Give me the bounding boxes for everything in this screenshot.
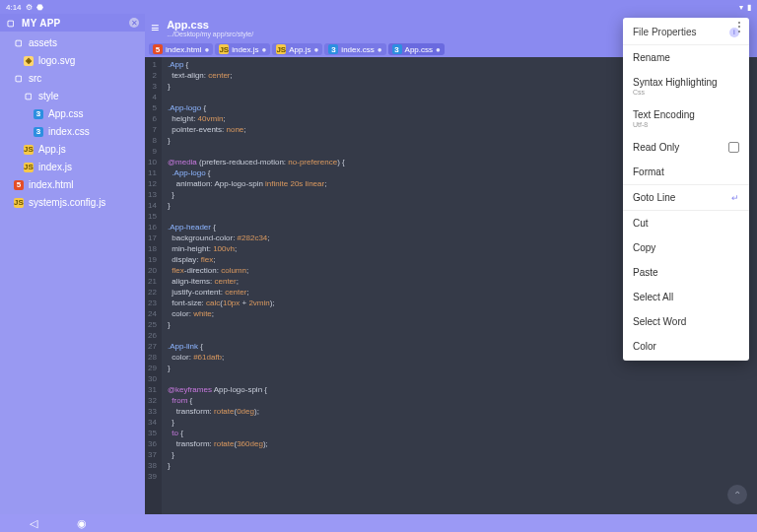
js-icon: JS [276, 44, 286, 54]
menu-item-label: Rename [633, 52, 670, 63]
status-bar: 4:14 ⚙ ⬣ ▾ ▮ [0, 0, 757, 14]
close-project-icon[interactable]: ✕ [129, 18, 139, 28]
tree-item[interactable]: 5index.html [0, 176, 145, 194]
css-icon: 3 [34, 127, 43, 137]
sidebar: ▢ MY APP ✕ ▢assets◈logo.svg▢src▢style3Ap… [0, 14, 145, 514]
menu-item-label: Color [633, 341, 656, 352]
menu-item-label: Copy [633, 242, 655, 253]
wifi-icon: ▾ [739, 3, 743, 12]
menu-item-label: Format [633, 166, 664, 177]
tab-label: index.css [341, 45, 374, 54]
folder-icon: ▢ [24, 92, 34, 101]
menu-item[interactable]: Read Only [623, 135, 749, 160]
tree-item[interactable]: ▢assets [0, 34, 145, 52]
tree-item[interactable]: 3App.css [0, 105, 145, 123]
project-header[interactable]: ▢ MY APP ✕ [0, 14, 145, 32]
tree-item-label: index.css [48, 125, 90, 139]
tree-item[interactable]: ◈logo.svg [0, 52, 145, 70]
js-icon: JS [24, 163, 34, 172]
tree-item-label: logo.svg [38, 54, 75, 68]
tab-close-icon[interactable]: ● [436, 45, 441, 54]
menu-item[interactable]: Goto Line↵ [623, 185, 749, 210]
hamburger-icon[interactable]: ≡ [151, 20, 159, 35]
tree-item-label: src [29, 72, 41, 86]
tab-close-icon[interactable]: ● [314, 45, 319, 54]
menu-item-label: Paste [633, 267, 658, 278]
svg-icon: ◈ [24, 56, 34, 66]
css-icon: 3 [34, 109, 43, 119]
menu-item-label: Goto Line [633, 192, 675, 203]
tree-item[interactable]: JSsystemjs.config.js [0, 194, 145, 212]
nav-back-icon[interactable]: ◁ [30, 517, 37, 530]
menu-header-label: File Properties [633, 27, 696, 37]
nav-home-icon[interactable]: ◉ [77, 517, 87, 530]
editor-tab[interactable]: JSApp.js● [272, 43, 322, 55]
line-gutter: 1234567891011121314151617181920212223242… [145, 57, 162, 514]
menu-item[interactable]: Select All [623, 285, 749, 309]
checkbox[interactable] [728, 142, 739, 153]
tab-label: App.js [289, 45, 310, 54]
menu-item-label: Cut [633, 218, 649, 229]
editor-tab[interactable]: 3index.css● [324, 43, 385, 55]
js-icon: JS [14, 198, 24, 208]
tab-label: index.js [232, 45, 258, 54]
tree-item-label: index.js [38, 161, 72, 174]
js-icon: JS [219, 44, 229, 54]
menu-item-label: Read Only [633, 142, 679, 153]
menu-item-sublabel: Utf-8 [633, 121, 695, 128]
tree-item-label: index.html [29, 178, 74, 192]
menu-item-label: Syntax Highlighting [633, 77, 718, 88]
tree-item-label: App.js [38, 143, 66, 157]
js-icon: JS [24, 145, 34, 155]
menu-item[interactable]: Cut [623, 211, 749, 235]
css-icon: 3 [392, 44, 402, 54]
menu-item-sublabel: Css [633, 89, 718, 96]
tab-close-icon[interactable]: ● [261, 45, 266, 54]
menu-item-label: Select All [633, 292, 673, 302]
code-content[interactable]: .App { text-align: center;}.App-logo { h… [162, 57, 351, 514]
context-menu: File Properties i RenameSyntax Highlight… [623, 18, 749, 361]
editor-file-title: App.css [167, 19, 253, 31]
tab-close-icon[interactable]: ● [378, 45, 382, 54]
tab-label: index.html [166, 45, 201, 54]
menu-item[interactable]: Rename [623, 45, 749, 70]
css-icon: 3 [328, 44, 338, 54]
tree-item[interactable]: JSApp.js [0, 141, 145, 159]
tab-label: App.css [405, 45, 433, 54]
folder-icon: ▢ [14, 74, 24, 84]
tree-item-label: style [38, 90, 59, 103]
menu-item-label: Text Encoding [633, 109, 695, 120]
folder-icon: ▢ [6, 18, 16, 28]
editor-tab[interactable]: 5index.html● [149, 43, 213, 55]
battery-icon: ▮ [747, 3, 751, 12]
html-icon: 5 [14, 180, 24, 190]
tree-item[interactable]: JSindex.js [0, 159, 145, 176]
menu-item[interactable]: Syntax HighlightingCss [623, 70, 749, 102]
menu-item[interactable]: Color [623, 334, 749, 359]
android-navbar: ◁ ◉ [0, 514, 757, 532]
tree-item[interactable]: ▢style [0, 88, 145, 105]
tree-item-label: assets [29, 36, 57, 50]
menu-item[interactable]: Paste [623, 260, 749, 285]
gear-icon: ⚙ [26, 3, 33, 12]
tree-item[interactable]: ▢src [0, 70, 145, 88]
editor-file-path: .../Desktop/my app/src/style/ [167, 31, 253, 37]
project-title: MY APP [22, 18, 61, 29]
editor-tab[interactable]: JSindex.js● [215, 43, 270, 55]
file-tree: ▢assets◈logo.svg▢src▢style3App.css3index… [0, 32, 145, 215]
tree-item-label: systemjs.config.js [29, 196, 105, 210]
menu-item[interactable]: Select Word [623, 309, 749, 334]
tree-item-label: App.css [48, 107, 84, 121]
menu-item[interactable]: Format [623, 160, 749, 184]
menu-item[interactable]: Copy [623, 235, 749, 260]
menu-item[interactable]: Text EncodingUtf-8 [623, 102, 749, 135]
folder-icon: ▢ [14, 38, 24, 48]
more-icon[interactable]: ⋮ [733, 20, 745, 33]
scroll-up-fab[interactable]: ⌃ [727, 485, 747, 504]
badge-icon: ⬣ [36, 3, 43, 12]
status-time: 4:14 [6, 3, 22, 12]
tree-item[interactable]: 3index.css [0, 123, 145, 141]
editor-tab[interactable]: 3App.css● [388, 43, 445, 55]
html-icon: 5 [153, 44, 163, 54]
tab-close-icon[interactable]: ● [204, 45, 209, 54]
